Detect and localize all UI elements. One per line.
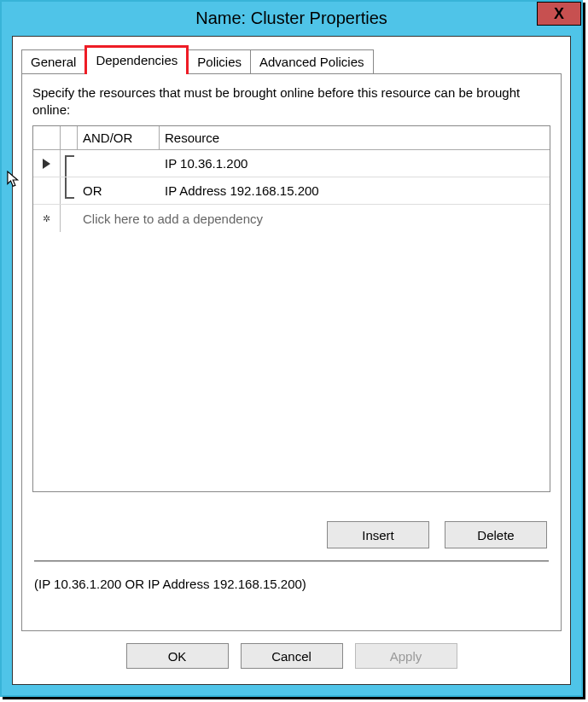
cell-resource[interactable]: IP 10.36.1.200 bbox=[160, 150, 550, 177]
col-rowheader bbox=[33, 126, 61, 149]
apply-button: Apply bbox=[355, 643, 457, 669]
window-title: Name: Cluster Properties bbox=[2, 9, 581, 28]
insert-button[interactable]: Insert bbox=[327, 521, 429, 548]
cursor-icon bbox=[7, 171, 22, 189]
new-row-icon: ✲ bbox=[43, 213, 50, 224]
cell-resource[interactable]: IP Address 192.168.15.200 bbox=[160, 177, 550, 204]
tab-policies[interactable]: Policies bbox=[188, 49, 251, 74]
col-resource[interactable]: Resource bbox=[160, 126, 550, 149]
tab-dependencies[interactable]: Dependencies bbox=[84, 45, 189, 74]
grid-header: AND/OR Resource bbox=[33, 126, 550, 150]
tab-advanced-policies[interactable]: Advanced Policies bbox=[250, 49, 374, 74]
row-selector[interactable] bbox=[33, 150, 61, 177]
grid-new-row[interactable]: ✲ Click here to add a dependency bbox=[33, 205, 550, 232]
group-bracket-icon bbox=[61, 150, 78, 177]
close-button[interactable]: X bbox=[537, 2, 581, 26]
grid-buttons: Insert Delete bbox=[327, 521, 547, 548]
cell-andor[interactable]: OR bbox=[78, 177, 160, 204]
titlebar[interactable]: Name: Cluster Properties X bbox=[2, 2, 581, 34]
ok-button[interactable]: OK bbox=[126, 643, 229, 669]
dialog-buttons: OK Cancel Apply bbox=[13, 643, 570, 672]
grid-row[interactable]: IP 10.36.1.200 bbox=[33, 150, 550, 177]
group-bracket-icon bbox=[61, 177, 78, 204]
instruction-text: Specify the resources that must be broug… bbox=[32, 84, 550, 119]
separator bbox=[34, 560, 549, 562]
row-selector[interactable]: ✲ bbox=[33, 205, 61, 232]
add-dependency-placeholder[interactable]: Click here to add a dependency bbox=[78, 205, 550, 232]
tab-strip: General Dependencies Policies Advanced P… bbox=[21, 49, 373, 74]
tab-general[interactable]: General bbox=[21, 49, 85, 74]
properties-dialog: Name: Cluster Properties X General Depen… bbox=[0, 0, 583, 697]
dependency-expression: (IP 10.36.1.200 OR IP Address 192.168.15… bbox=[34, 577, 306, 591]
delete-button[interactable]: Delete bbox=[445, 521, 547, 548]
dependencies-grid[interactable]: AND/OR Resource IP 10.36.1.200 OR IP Add… bbox=[32, 125, 550, 492]
client-area: General Dependencies Policies Advanced P… bbox=[12, 36, 571, 685]
col-bracket bbox=[61, 126, 78, 149]
row-selector[interactable] bbox=[33, 177, 61, 204]
cell-andor[interactable] bbox=[78, 150, 160, 177]
current-row-icon bbox=[43, 159, 50, 169]
col-andor[interactable]: AND/OR bbox=[78, 126, 160, 149]
grid-row[interactable]: OR IP Address 192.168.15.200 bbox=[33, 177, 550, 205]
tab-panel: Specify the resources that must be broug… bbox=[21, 73, 562, 631]
cancel-button[interactable]: Cancel bbox=[241, 643, 343, 669]
close-icon: X bbox=[554, 5, 564, 23]
